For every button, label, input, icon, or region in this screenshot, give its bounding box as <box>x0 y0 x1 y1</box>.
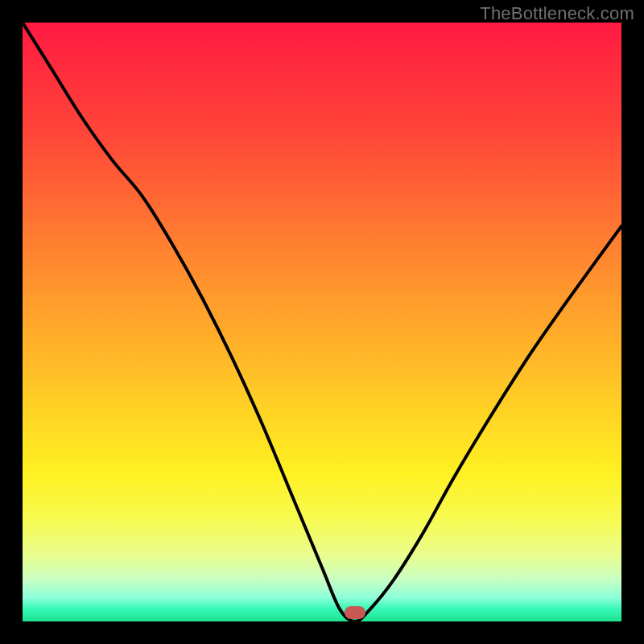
optimum-marker <box>345 606 365 619</box>
watermark-text: TheBottleneck.com <box>480 3 634 24</box>
bottleneck-curve <box>23 23 621 621</box>
chart-frame: TheBottleneck.com <box>0 0 644 644</box>
plot-area <box>23 23 621 621</box>
